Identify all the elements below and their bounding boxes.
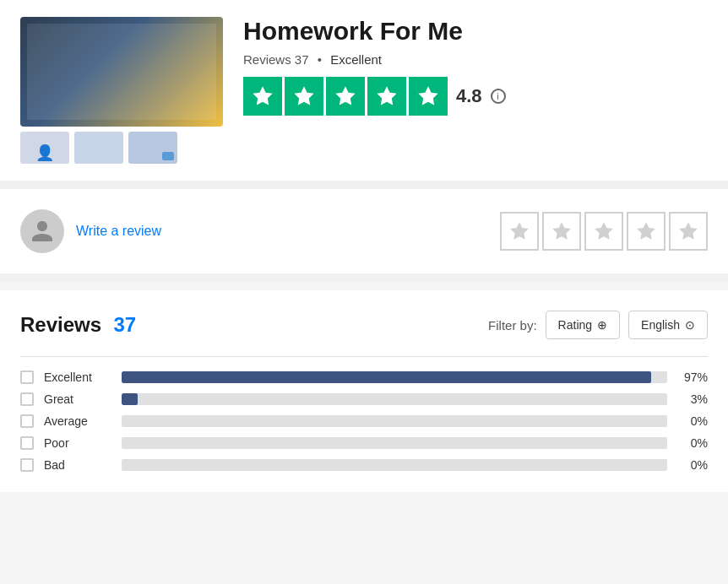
label-average: Average xyxy=(44,414,111,428)
rating-btn-label: Rating xyxy=(558,318,592,332)
bar-container-bad xyxy=(122,459,667,471)
checkbox-great[interactable] xyxy=(20,392,34,406)
percent-bad: 0% xyxy=(677,458,708,472)
reviews-section: Reviews 37 Filter by: Rating ⊕ English ⊙… xyxy=(0,290,728,492)
reviews-title-area: Reviews 37 xyxy=(20,313,136,337)
percent-poor: 0% xyxy=(677,436,708,450)
label-poor: Poor xyxy=(44,436,111,450)
screenshot-container xyxy=(20,17,223,164)
section-divider-1 xyxy=(0,181,728,189)
percent-great: 3% xyxy=(677,392,708,406)
rate-star-1[interactable] xyxy=(500,212,539,251)
percent-excellent: 97% xyxy=(677,370,708,384)
label-excellent: Excellent xyxy=(44,370,111,384)
quality-label: Excellent xyxy=(330,52,382,67)
plus-icon: ⊕ xyxy=(597,318,607,332)
company-title: Homework For Me xyxy=(243,17,708,46)
thumb-3[interactable] xyxy=(128,132,177,164)
bullet-separator: • xyxy=(318,52,322,67)
bar-container-poor xyxy=(122,437,667,449)
rating-bars: Excellent 97% Great 3% Average 0% xyxy=(20,370,708,472)
rate-star-2[interactable] xyxy=(542,212,581,251)
bar-container-great xyxy=(122,393,667,405)
language-filter-button[interactable]: English ⊙ xyxy=(628,311,708,339)
info-icon[interactable]: i xyxy=(491,89,506,104)
thumb-2[interactable] xyxy=(74,132,123,164)
bar-container-average xyxy=(122,415,667,427)
rating-row-excellent: Excellent 97% xyxy=(20,370,708,384)
label-bad: Bad xyxy=(44,458,111,472)
review-summary: Reviews 37 • Excellent xyxy=(243,52,708,67)
filter-area: Filter by: Rating ⊕ English ⊙ xyxy=(488,311,708,339)
language-btn-label: English xyxy=(641,318,680,332)
checkbox-bad[interactable] xyxy=(20,458,34,472)
rating-row-average: Average 0% xyxy=(20,414,708,428)
main-screenshot xyxy=(20,17,223,127)
reviews-count: 37 xyxy=(114,313,137,336)
reviewer-area: Write a review xyxy=(20,209,161,253)
trustpilot-stars xyxy=(243,77,448,116)
write-review-section: Write a review xyxy=(0,189,728,273)
write-review-link[interactable]: Write a review xyxy=(76,224,161,239)
screenshot-thumbs xyxy=(20,132,223,164)
rate-star-3[interactable] xyxy=(584,212,623,251)
checkbox-average[interactable] xyxy=(20,414,34,428)
bar-container-excellent xyxy=(122,371,667,383)
circle-arrow-icon: ⊙ xyxy=(685,318,695,332)
rating-row-poor: Poor 0% xyxy=(20,436,708,450)
thumb-1[interactable] xyxy=(20,132,69,164)
stars-row: 4.8 i xyxy=(243,77,708,116)
bar-fill-great xyxy=(122,393,138,405)
star-5 xyxy=(409,77,448,116)
star-3 xyxy=(326,77,365,116)
rating-number: 4.8 xyxy=(456,85,482,107)
header-info: Homework For Me Reviews 37 • Excellent xyxy=(243,17,708,116)
rating-row-bad: Bad 0% xyxy=(20,458,708,472)
star-1 xyxy=(243,77,282,116)
reviews-header: Reviews 37 Filter by: Rating ⊕ English ⊙ xyxy=(20,311,708,339)
checkbox-poor[interactable] xyxy=(20,436,34,450)
separator xyxy=(20,356,708,357)
star-2 xyxy=(285,77,323,116)
avatar xyxy=(20,209,64,253)
checkbox-excellent[interactable] xyxy=(20,370,34,384)
star-rating-selector xyxy=(500,212,708,251)
percent-average: 0% xyxy=(677,414,708,428)
header-section: Homework For Me Reviews 37 • Excellent xyxy=(0,0,728,181)
filter-label: Filter by: xyxy=(488,318,537,333)
label-great: Great xyxy=(44,392,111,406)
review-count-label: Reviews 37 xyxy=(243,52,309,67)
rate-star-4[interactable] xyxy=(627,212,666,251)
rating-row-great: Great 3% xyxy=(20,392,708,406)
rating-filter-button[interactable]: Rating ⊕ xyxy=(546,311,620,339)
bar-fill-excellent xyxy=(122,371,651,383)
star-4 xyxy=(367,77,406,116)
rate-star-5[interactable] xyxy=(669,212,708,251)
reviews-title: Reviews xyxy=(20,313,101,336)
section-divider-2 xyxy=(0,273,728,282)
